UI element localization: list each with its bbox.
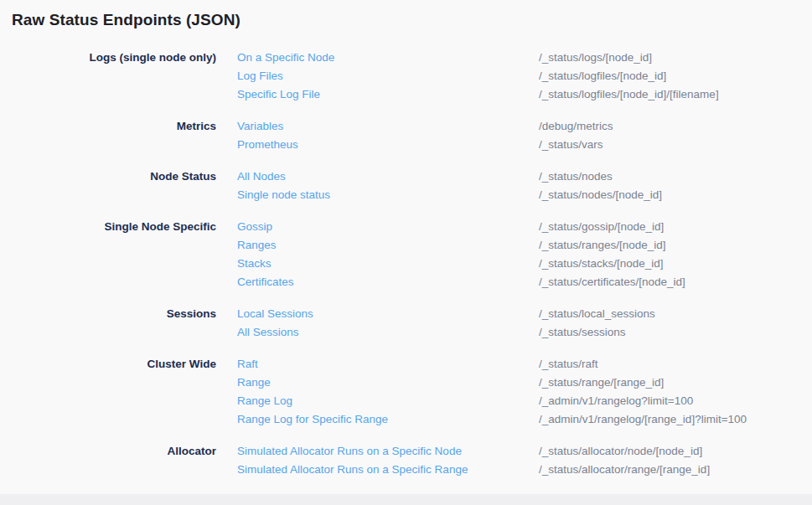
raw-status-endpoints-page: Raw Status Endpoints (JSON) Logs (single… <box>0 0 812 479</box>
endpoint-group: MetricsVariablesPrometheus/debug/metrics… <box>12 117 812 154</box>
endpoint-link[interactable]: Log Files <box>237 67 283 85</box>
endpoint-group: SessionsLocal SessionsAll Sessions/_stat… <box>12 305 812 342</box>
endpoint-group: Cluster WideRaftRangeRange LogRange Log … <box>12 355 812 429</box>
endpoint-links-column: On a Specific NodeLog FilesSpecific Log … <box>237 49 518 104</box>
category-label: Single Node Specific <box>12 218 216 236</box>
endpoint-link[interactable]: Local Sessions <box>237 305 313 323</box>
footer-strip <box>0 494 812 505</box>
endpoint-link[interactable]: All Sessions <box>237 323 299 342</box>
endpoint-links-column: Simulated Allocator Runs on a Specific N… <box>237 442 518 479</box>
endpoint-group: Single Node SpecificGossipRangesStacksCe… <box>12 218 812 291</box>
endpoint-link[interactable]: Range Log for Specific Range <box>237 410 388 429</box>
endpoint-paths-column: /_status/nodes/_status/nodes/[node_id] <box>539 167 812 204</box>
endpoint-links-column: GossipRangesStacksCertificates <box>237 218 518 291</box>
category-label: Logs (single node only) <box>12 49 216 67</box>
endpoint-group: Logs (single node only)On a Specific Nod… <box>12 49 812 104</box>
category-label: Sessions <box>12 305 216 323</box>
endpoint-link[interactable]: Specific Log File <box>237 85 320 104</box>
endpoint-path: /_status/range/[range_id] <box>539 374 812 392</box>
endpoint-link[interactable]: Gossip <box>237 218 272 236</box>
endpoint-path: /_admin/v1/rangelog?limit=100 <box>539 392 812 410</box>
endpoint-path: /_status/certificates/[node_id] <box>539 273 812 291</box>
endpoint-link[interactable]: Raft <box>237 355 258 374</box>
endpoint-link[interactable]: Single node status <box>237 186 330 204</box>
endpoint-link[interactable]: Simulated Allocator Runs on a Specific N… <box>237 442 462 461</box>
endpoint-link[interactable]: Simulated Allocator Runs on a Specific R… <box>237 461 468 479</box>
endpoint-groups: Logs (single node only)On a Specific Nod… <box>12 49 812 479</box>
endpoint-path: /_status/sessions <box>539 323 812 342</box>
endpoint-path: /_status/allocator/range/[range_id] <box>539 461 812 479</box>
endpoint-paths-column: /_status/gossip/[node_id]/_status/ranges… <box>539 218 812 291</box>
category-label: Metrics <box>12 117 216 136</box>
endpoint-link[interactable]: Stacks <box>237 255 272 273</box>
endpoint-path: /_status/local_sessions <box>539 305 812 323</box>
endpoint-link[interactable]: Certificates <box>237 273 294 291</box>
endpoint-links-column: RaftRangeRange LogRange Log for Specific… <box>237 355 518 429</box>
category-label: Allocator <box>12 442 216 461</box>
endpoint-path: /debug/metrics <box>539 117 812 136</box>
category-label: Cluster Wide <box>12 355 216 374</box>
endpoint-path: /_status/raft <box>539 355 812 374</box>
endpoint-link[interactable]: Range <box>237 374 271 392</box>
endpoint-links-column: All NodesSingle node status <box>237 167 518 204</box>
endpoint-links-column: VariablesPrometheus <box>237 117 518 154</box>
endpoint-path: /_status/allocator/node/[node_id] <box>539 442 812 461</box>
endpoint-paths-column: /debug/metrics/_status/vars <box>539 117 812 154</box>
endpoint-path: /_status/logfiles/[node_id] <box>539 67 812 85</box>
endpoint-group: Node StatusAll NodesSingle node status/_… <box>12 167 812 204</box>
endpoint-paths-column: /_status/logs/[node_id]/_status/logfiles… <box>539 49 812 104</box>
endpoint-link[interactable]: Variables <box>237 117 283 136</box>
endpoint-link[interactable]: Ranges <box>237 236 277 255</box>
page-title: Raw Status Endpoints (JSON) <box>12 11 812 29</box>
endpoint-path: /_status/vars <box>539 136 812 154</box>
endpoint-path: /_status/logs/[node_id] <box>539 49 812 67</box>
endpoint-path: /_status/logfiles/[node_id]/[filename] <box>539 85 812 104</box>
endpoint-link[interactable]: Range Log <box>237 392 292 410</box>
endpoint-paths-column: /_status/raft/_status/range/[range_id]/_… <box>539 355 812 429</box>
endpoint-path: /_status/gossip/[node_id] <box>539 218 812 236</box>
endpoint-links-column: Local SessionsAll Sessions <box>237 305 518 342</box>
endpoint-paths-column: /_status/local_sessions/_status/sessions <box>539 305 812 342</box>
category-label: Node Status <box>12 167 216 186</box>
endpoint-link[interactable]: Prometheus <box>237 136 298 154</box>
endpoint-path: /_status/nodes <box>539 167 812 186</box>
endpoint-paths-column: /_status/allocator/node/[node_id]/_statu… <box>539 442 812 479</box>
endpoint-path: /_status/stacks/[node_id] <box>539 255 812 273</box>
endpoint-path: /_status/nodes/[node_id] <box>539 186 812 204</box>
endpoint-link[interactable]: All Nodes <box>237 167 286 186</box>
endpoint-link[interactable]: On a Specific Node <box>237 49 334 67</box>
endpoint-path: /_admin/v1/rangelog/[range_id]?limit=100 <box>539 410 812 429</box>
endpoint-group: AllocatorSimulated Allocator Runs on a S… <box>12 442 812 479</box>
endpoint-path: /_status/ranges/[node_id] <box>539 236 812 255</box>
